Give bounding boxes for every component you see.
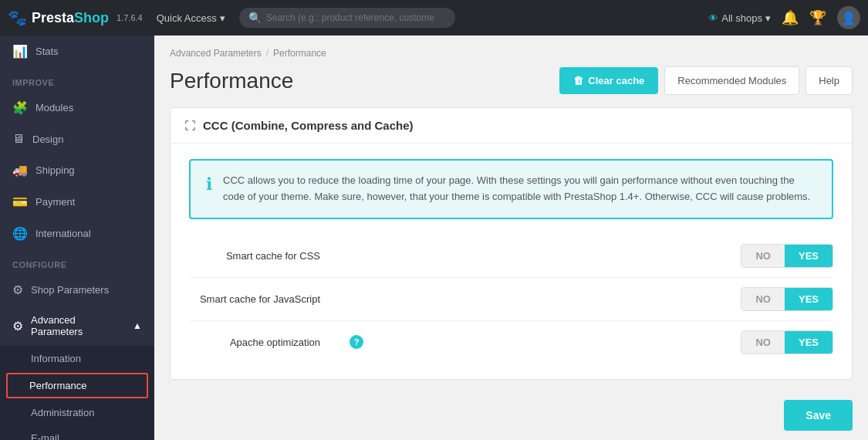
nav-right: 👁 All shops ▾ 🔔 🏆 👤 <box>708 6 860 29</box>
toggle-no-css[interactable]: NO <box>741 245 785 267</box>
sidebar-submenu-item-performance[interactable]: Performance <box>6 373 148 398</box>
header-actions: 🗑 Clear cache Recommended Modules Help <box>559 66 853 95</box>
chevron-down-icon: ▾ <box>765 12 771 24</box>
topnav: 🐾 PrestaShop 1.7.6.4 Quick Access ▾ 🔍 👁 … <box>0 0 868 36</box>
sidebar-item-modules[interactable]: 🧩 Modules <box>0 92 154 124</box>
sidebar-label-advanced-parameters: Advanced Parameters <box>31 314 125 337</box>
sidebar-label-stats: Stats <box>35 46 59 57</box>
version-badge: 1.7.6.4 <box>117 13 143 22</box>
sidebar-label-shop-parameters: Shop Parameters <box>31 284 109 296</box>
sidebar-item-stats[interactable]: 📊 Stats <box>0 36 154 67</box>
recommended-modules-button[interactable]: Recommended Modules <box>664 66 799 95</box>
modules-icon: 🧩 <box>12 100 28 115</box>
sidebar-item-payment[interactable]: 💳 Payment <box>0 186 154 218</box>
breadcrumb-separator: / <box>266 48 269 59</box>
toggle-label-text-js: Smart cache for JavaScript <box>189 293 343 305</box>
toggle-label-text-apache: Apache optimization <box>189 337 343 348</box>
content-area: Advanced Parameters / Performance Perfor… <box>154 36 868 440</box>
expand-icon[interactable]: ⛶ <box>184 120 195 132</box>
avatar[interactable]: 👤 <box>837 6 860 29</box>
toggle-label-text-css: Smart cache for CSS <box>189 250 343 262</box>
ccc-card-title: CCC (Combine, Compress and Cache) <box>203 119 414 132</box>
info-icon: ℹ <box>206 174 212 195</box>
toggle-no-js[interactable]: NO <box>741 288 785 310</box>
sidebar-item-design[interactable]: 🖥 Design <box>0 124 154 154</box>
improve-section-label: IMPROVE <box>0 67 154 92</box>
international-icon: 🌐 <box>12 226 28 241</box>
main-layout: 📊 Stats IMPROVE 🧩 Modules 🖥 Design 🚚 Shi… <box>0 36 868 440</box>
sidebar-item-shop-parameters[interactable]: ⚙ Shop Parameters <box>0 274 154 306</box>
sidebar-label-international: International <box>35 228 91 239</box>
toggle-yes-css[interactable]: YES <box>785 245 833 267</box>
toggle-label-css: Smart cache for CSS <box>189 250 741 262</box>
chevron-down-icon: ▾ <box>220 12 225 24</box>
toggle-label-js: Smart cache for JavaScript <box>189 293 741 305</box>
page-header: Performance 🗑 Clear cache Recommended Mo… <box>170 66 853 95</box>
toggle-no-apache[interactable]: NO <box>741 331 785 354</box>
sidebar-item-shipping[interactable]: 🚚 Shipping <box>0 154 154 186</box>
chevron-up-icon: ▲ <box>133 320 142 331</box>
sidebar-label-payment: Payment <box>35 196 75 208</box>
design-icon: 🖥 <box>12 132 25 146</box>
bell-icon[interactable]: 🔔 <box>782 9 799 26</box>
breadcrumb-parent[interactable]: Advanced Parameters <box>170 48 262 59</box>
quick-access-button[interactable]: Quick Access ▾ <box>150 9 231 27</box>
sidebar-item-international[interactable]: 🌐 International <box>0 218 154 249</box>
trophy-icon[interactable]: 🏆 <box>809 9 826 26</box>
advanced-params-icon: ⚙ <box>12 319 23 333</box>
sidebar-label-shipping: Shipping <box>35 164 75 176</box>
user-icon: 👤 <box>841 11 856 25</box>
toggle-group-css: NO YES <box>741 244 833 268</box>
sidebar-label-modules: Modules <box>35 102 73 113</box>
toggle-yes-apache[interactable]: YES <box>785 331 833 354</box>
logo-text: PrestaShop <box>32 10 109 26</box>
save-area: Save <box>170 392 853 438</box>
configure-section-label: CONFIGURE <box>0 249 154 274</box>
ccc-card-header: ⛶ CCC (Combine, Compress and Cache) <box>171 108 852 144</box>
ccc-card: ⛶ CCC (Combine, Compress and Cache) ℹ CC… <box>170 107 853 380</box>
ccc-info-text: CCC allows you to reduce the loading tim… <box>223 173 816 205</box>
trash-icon: 🗑 <box>573 75 583 86</box>
sidebar-submenu-item-administration[interactable]: Administration <box>0 400 154 425</box>
eye-icon: 👁 <box>708 12 718 24</box>
help-button[interactable]: Help <box>806 66 853 95</box>
payment-icon: 💳 <box>12 195 28 209</box>
search-box: 🔍 <box>239 8 455 28</box>
sidebar-label-design: Design <box>32 134 63 145</box>
advanced-parameters-submenu: Information Performance Administration E… <box>0 346 154 440</box>
toggle-yes-js[interactable]: YES <box>785 288 833 310</box>
search-input[interactable] <box>266 12 446 23</box>
shop-params-icon: ⚙ <box>12 283 23 297</box>
ccc-info-box: ℹ CCC allows you to reduce the loading t… <box>189 159 833 219</box>
toggle-row-apache: Apache optimization ? NO YES <box>189 321 833 364</box>
toggle-row-css: Smart cache for CSS NO YES <box>189 235 833 278</box>
sidebar: 📊 Stats IMPROVE 🧩 Modules 🖥 Design 🚚 Shi… <box>0 36 154 440</box>
all-shops-button[interactable]: 👁 All shops ▾ <box>708 12 771 24</box>
toggle-group-apache: NO YES <box>741 330 833 354</box>
toggle-label-apache: Apache optimization ? <box>189 335 741 349</box>
sidebar-submenu-item-email[interactable]: E-mail <box>0 425 154 440</box>
logo: 🐾 PrestaShop 1.7.6.4 <box>8 8 143 27</box>
logo-icon: 🐾 <box>8 8 27 27</box>
save-button[interactable]: Save <box>784 400 853 431</box>
breadcrumb-current: Performance <box>273 48 326 59</box>
clear-cache-button[interactable]: 🗑 Clear cache <box>559 67 658 94</box>
breadcrumb: Advanced Parameters / Performance <box>170 48 853 59</box>
apache-help-badge[interactable]: ? <box>350 335 363 349</box>
sidebar-submenu-item-information[interactable]: Information <box>0 346 154 371</box>
page-title: Performance <box>170 69 293 93</box>
sidebar-item-advanced-parameters[interactable]: ⚙ Advanced Parameters ▲ <box>0 306 154 346</box>
stats-icon: 📊 <box>12 44 28 59</box>
toggle-group-js: NO YES <box>741 287 833 311</box>
search-icon: 🔍 <box>248 12 262 24</box>
toggle-row-js: Smart cache for JavaScript NO YES <box>189 278 833 321</box>
shipping-icon: 🚚 <box>12 163 28 178</box>
ccc-card-body: ℹ CCC allows you to reduce the loading t… <box>171 144 852 379</box>
